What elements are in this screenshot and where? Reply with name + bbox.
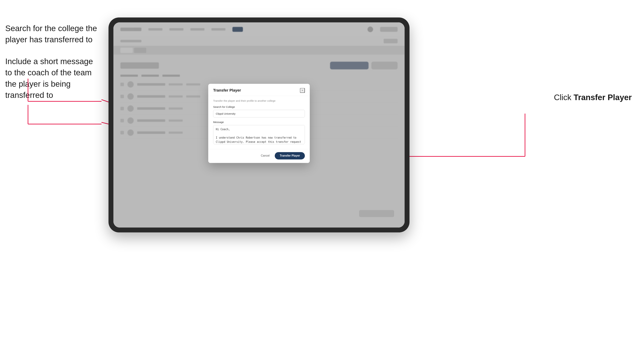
- tablet-screen: Transfer Player × Transfer the player an…: [114, 22, 404, 227]
- message-textarea[interactable]: [213, 125, 305, 144]
- annotation-right: Click Transfer Player: [554, 93, 632, 102]
- transfer-player-button[interactable]: Transfer Player: [275, 152, 305, 159]
- annotation-left: Search for the college the player has tr…: [5, 23, 98, 111]
- annotation-transfer-bold: Transfer Player: [574, 93, 632, 102]
- tablet-frame: Transfer Player × Transfer the player an…: [108, 17, 410, 232]
- modal-body: Transfer the player and their profile to…: [208, 96, 310, 149]
- search-college-input[interactable]: [213, 110, 305, 117]
- search-college-label: Search for College: [213, 105, 305, 108]
- transfer-player-modal: Transfer Player × Transfer the player an…: [208, 84, 310, 163]
- modal-close-button[interactable]: ×: [300, 88, 305, 93]
- annotation-search-text: Search for the college the player has tr…: [5, 23, 98, 45]
- annotation-message-text: Include a short message to the coach of …: [5, 56, 98, 101]
- modal-subtitle: Transfer the player and their profile to…: [213, 99, 305, 102]
- modal-footer: Cancel Transfer Player: [208, 149, 310, 163]
- modal-overlay: Transfer Player × Transfer the player an…: [114, 22, 404, 227]
- modal-header: Transfer Player ×: [208, 84, 310, 96]
- cancel-button[interactable]: Cancel: [258, 152, 272, 159]
- message-label: Message: [213, 121, 305, 124]
- annotation-click-prefix: Click: [554, 93, 574, 102]
- modal-title: Transfer Player: [213, 88, 241, 93]
